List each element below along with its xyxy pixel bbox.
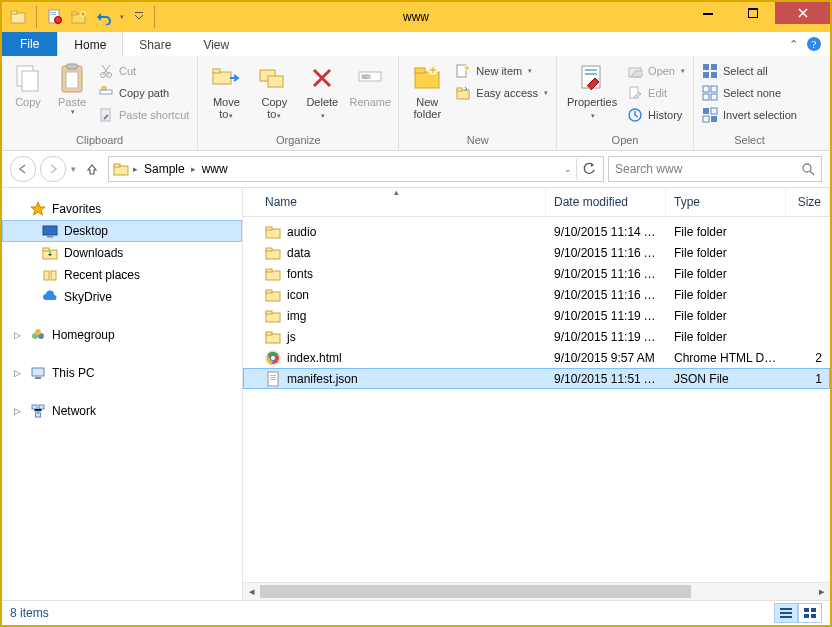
app-icon[interactable]	[8, 9, 28, 25]
svg-rect-98	[811, 608, 816, 612]
qat-undo-icon[interactable]	[93, 9, 115, 25]
tab-view[interactable]: View	[187, 32, 245, 56]
file-date: 9/10/2015 11:19 AM	[546, 330, 666, 344]
svg-rect-61	[47, 236, 53, 238]
file-type: File folder	[666, 309, 786, 323]
sidebar-item-homegroup[interactable]: ▷ Homegroup	[2, 324, 242, 346]
file-type: Chrome HTML Do...	[666, 351, 786, 365]
open-button[interactable]: Open▾	[625, 62, 687, 80]
file-list[interactable]: audio9/10/2015 11:14 AMFile folderdata9/…	[243, 217, 830, 582]
scroll-thumb[interactable]	[260, 585, 691, 598]
copy-path-button[interactable]: Copy path	[96, 84, 191, 102]
homegroup-icon	[30, 327, 46, 343]
svg-rect-24	[101, 109, 110, 121]
title-bar[interactable]: www ▾	[2, 2, 830, 32]
sidebar-item-recent-places[interactable]: Recent places	[2, 264, 242, 286]
sidebar-item-desktop[interactable]: Desktop	[2, 220, 242, 242]
col-header-size[interactable]: Size	[786, 188, 830, 216]
file-size: 2	[786, 351, 830, 365]
svg-rect-69	[32, 368, 44, 376]
svg-rect-38	[457, 88, 462, 91]
svg-rect-75	[266, 227, 272, 230]
tab-share[interactable]: Share	[123, 32, 187, 56]
help-icon[interactable]: ?	[806, 36, 822, 52]
paste-button[interactable]: Paste ▾	[52, 60, 92, 116]
properties-button[interactable]: Properties▾	[563, 60, 621, 122]
qat-undo-dropdown-icon[interactable]: ▾	[120, 13, 124, 21]
recent-locations-icon[interactable]: ▾	[71, 164, 76, 174]
file-row[interactable]: index.html9/10/2015 9:57 AMChrome HTML D…	[243, 347, 830, 368]
history-button[interactable]: History	[625, 106, 687, 124]
sidebar-item-downloads[interactable]: Downloads	[2, 242, 242, 264]
col-header-type[interactable]: Type	[666, 188, 786, 216]
sidebar-item-favorites[interactable]: Favorites	[2, 198, 242, 220]
select-all-button[interactable]: Select all	[700, 62, 799, 80]
minimize-button[interactable]	[685, 2, 730, 24]
tab-file[interactable]: File	[2, 32, 57, 56]
navigation-pane[interactable]: Favorites Desktop Downloads Recent place…	[2, 188, 243, 600]
horizontal-scrollbar[interactable]: ◂ ▸	[243, 582, 830, 600]
chevron-down-icon[interactable]: ⌄	[562, 164, 574, 174]
large-icons-view-button[interactable]	[798, 603, 822, 623]
tab-home[interactable]: Home	[57, 32, 123, 56]
breadcrumb-sample[interactable]: Sample	[142, 162, 187, 176]
cut-button[interactable]: Cut	[96, 62, 191, 80]
svg-rect-53	[703, 108, 709, 114]
file-name: js	[287, 330, 296, 344]
qat-new-folder-icon[interactable]	[69, 9, 89, 25]
search-input[interactable]: Search www	[608, 156, 822, 182]
delete-button[interactable]: Delete▾	[300, 60, 344, 122]
sidebar-item-skydrive[interactable]: SkyDrive	[2, 286, 242, 308]
svg-text:?: ?	[812, 38, 817, 50]
explorer-window: www ▾ File	[0, 0, 832, 627]
move-to-button[interactable]: Moveto▾	[204, 60, 248, 122]
qat-customize-icon[interactable]	[132, 9, 146, 25]
edit-button[interactable]: Edit	[625, 84, 687, 102]
file-row[interactable]: audio9/10/2015 11:14 AMFile folder	[243, 221, 830, 242]
quick-access-toolbar: ▾	[2, 6, 159, 28]
new-item-button[interactable]: New item▾	[453, 62, 550, 80]
search-icon	[801, 162, 815, 176]
back-button[interactable]	[10, 156, 36, 182]
close-button[interactable]	[775, 2, 830, 24]
svg-rect-22	[100, 90, 112, 94]
forward-button[interactable]	[40, 156, 66, 182]
easy-access-button[interactable]: Easy access▾	[453, 84, 550, 102]
chevron-right-icon[interactable]: ▸	[189, 164, 198, 174]
file-type: JSON File	[666, 372, 786, 386]
breadcrumb-www[interactable]: www	[200, 162, 230, 176]
nav-bar: ▾ ▸ Sample ▸ www ⌄ Search www	[2, 151, 830, 188]
col-header-date[interactable]: Date modified	[546, 188, 666, 216]
file-row[interactable]: data9/10/2015 11:16 AMFile folder	[243, 242, 830, 263]
sidebar-item-this-pc[interactable]: ▷ This PC	[2, 362, 242, 384]
maximize-button[interactable]	[730, 2, 775, 24]
file-row[interactable]: icon9/10/2015 11:16 AMFile folder	[243, 284, 830, 305]
invert-selection-button[interactable]: Invert selection	[700, 106, 799, 124]
copy-to-button[interactable]: Copyto▾	[252, 60, 296, 122]
svg-rect-10	[703, 13, 713, 15]
paste-shortcut-button[interactable]: Paste shortcut	[96, 106, 191, 124]
up-button[interactable]	[80, 157, 104, 181]
new-folder-button[interactable]: Newfolder	[405, 60, 449, 120]
scroll-left-icon[interactable]: ◂	[243, 585, 260, 598]
file-row[interactable]: fonts9/10/2015 11:16 AMFile folder	[243, 263, 830, 284]
file-row[interactable]: js9/10/2015 11:19 AMFile folder	[243, 326, 830, 347]
rename-button[interactable]: ab Rename	[348, 60, 392, 108]
details-view-button[interactable]	[774, 603, 798, 623]
file-row[interactable]: img9/10/2015 11:19 AMFile folder	[243, 305, 830, 326]
star-icon	[30, 201, 46, 217]
refresh-button[interactable]	[576, 158, 601, 180]
sidebar-item-network[interactable]: ▷ Network	[2, 400, 242, 422]
qat-properties-icon[interactable]	[45, 9, 65, 25]
chevron-right-icon[interactable]: ▸	[131, 164, 140, 174]
file-name: img	[287, 309, 306, 323]
select-none-button[interactable]: Select none	[700, 84, 799, 102]
svg-rect-50	[711, 86, 717, 92]
address-bar[interactable]: ▸ Sample ▸ www ⌄	[108, 156, 604, 182]
scroll-right-icon[interactable]: ▸	[813, 585, 830, 598]
group-select: Select all Select none Invert selection …	[694, 56, 805, 150]
col-header-name[interactable]: Name ▴	[243, 188, 546, 216]
copy-button[interactable]: Copy	[8, 60, 48, 108]
file-row[interactable]: manifest.json9/10/2015 11:51 AMJSON File…	[243, 368, 830, 389]
ribbon-collapse-icon[interactable]: ⌃	[789, 38, 798, 51]
